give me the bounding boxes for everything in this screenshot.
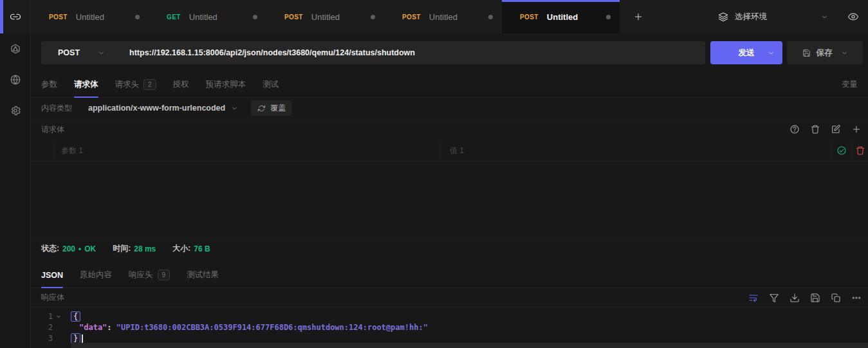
save-button-label: 保存 <box>817 48 833 59</box>
save-icon <box>802 49 811 57</box>
unsaved-indicator-dot[interactable] <box>488 15 493 19</box>
tab-pre-request-script[interactable]: 预请求脚本 <box>198 72 255 97</box>
open-brace: { <box>71 311 80 322</box>
param-value-input[interactable] <box>441 146 831 155</box>
line-number: 3 <box>31 334 53 343</box>
request-tab-4[interactable]: POST Untitled <box>384 0 502 33</box>
tab-test-results[interactable]: 测试结果 <box>178 262 227 288</box>
tab-raw[interactable]: 原始内容 <box>71 262 120 288</box>
environment-selector[interactable]: 选择环境 <box>718 12 767 23</box>
sidebar-item-realtime[interactable] <box>0 64 30 95</box>
topbar-right: 选择环境 <box>718 0 868 33</box>
response-size: 大小: 76 B <box>172 243 210 254</box>
unsaved-indicator-dot[interactable] <box>253 15 257 19</box>
code-line-1: 1 { <box>31 311 868 322</box>
method-badge: GET <box>167 14 181 21</box>
sidebar-item-graphql[interactable] <box>0 33 30 64</box>
tab-params[interactable]: 参数 <box>33 72 66 97</box>
time-value: 28 ms <box>134 244 156 253</box>
line-number: 1 <box>31 312 53 321</box>
request-tab-5-active[interactable]: POST Untitled <box>502 0 620 33</box>
more-actions-button[interactable] <box>846 289 867 307</box>
unsaved-indicator-dot[interactable] <box>371 15 375 19</box>
tab-authorization[interactable]: 授权 <box>165 72 198 97</box>
content-type-label: 内容类型 <box>41 103 72 114</box>
wrap-text-icon <box>748 293 759 303</box>
globe-icon <box>10 74 21 86</box>
request-tab-3[interactable]: POST Untitled <box>266 0 384 33</box>
status-text: OK <box>84 244 96 253</box>
method-badge: POST <box>284 14 303 21</box>
request-tab-2[interactable]: GET Untitled <box>149 0 266 33</box>
tab-title: Untitled <box>429 12 457 22</box>
send-button-label: 发送 <box>739 48 755 57</box>
response-body-actions <box>743 289 868 307</box>
param-key-input[interactable] <box>55 146 440 155</box>
add-param-button[interactable] <box>846 120 867 138</box>
request-tab-strip: POST Untitled GET Untitled POST Untitled… <box>31 0 868 33</box>
method-badge: POST <box>49 14 68 21</box>
tab-body[interactable]: 请求体 <box>66 72 107 97</box>
chevron-down-icon <box>231 105 238 112</box>
response-meta-row: 状态: 200 • OK 时间: 28 ms 大小: 76 B <box>31 237 868 260</box>
chevron-down-icon <box>98 50 105 57</box>
editor-horizontal-scrollbar[interactable] <box>71 343 868 348</box>
api-client-window: POST Untitled GET Untitled POST Untitled… <box>0 0 868 348</box>
response-json-editor[interactable]: 1 { 2 "data": "UPID:t3680:002CBB3A:0539F… <box>31 307 868 348</box>
download-response-button[interactable] <box>784 289 805 307</box>
response-headers-count-badge: 9 <box>158 270 171 280</box>
content-type-value: application/x-www-form-urlencoded <box>88 104 225 113</box>
bulk-edit-button[interactable] <box>826 120 846 138</box>
environment-selector-label: 选择环境 <box>735 12 767 23</box>
param-drag-handle[interactable] <box>31 140 55 161</box>
wrap-lines-button[interactable] <box>743 289 764 307</box>
request-tab-1[interactable]: POST Untitled <box>31 0 149 33</box>
trash-icon <box>855 145 865 156</box>
tab-tests[interactable]: 测试 <box>254 72 287 97</box>
param-delete-button[interactable] <box>852 140 868 161</box>
fold-caret-icon[interactable] <box>53 314 64 319</box>
tab-json[interactable]: JSON <box>33 262 71 288</box>
layers-icon <box>718 12 728 22</box>
content-type-select[interactable]: application/x-www-form-urlencoded <box>88 104 238 113</box>
sidebar-item-settings[interactable] <box>0 95 30 126</box>
download-icon <box>790 293 800 303</box>
tab-title: Untitled <box>76 12 104 22</box>
status-code: 200 <box>62 244 75 253</box>
environment-quick-peek-button[interactable] <box>847 11 859 23</box>
save-button[interactable]: 保存 <box>787 41 863 64</box>
clear-all-button[interactable] <box>805 120 826 138</box>
variables-link[interactable]: 变量 <box>842 72 868 97</box>
send-button[interactable]: 发送 <box>710 41 782 64</box>
save-response-button[interactable] <box>805 289 826 307</box>
json-key: "data" <box>79 323 107 332</box>
sidebar-item-rest[interactable] <box>0 0 30 33</box>
gear-icon <box>10 105 21 116</box>
text-cursor <box>82 334 83 343</box>
response-time: 时间: 28 ms <box>113 243 156 254</box>
copy-icon <box>831 293 841 303</box>
url-input[interactable] <box>120 48 705 57</box>
unsaved-indicator-dot[interactable] <box>606 15 611 19</box>
param-key-cell <box>55 140 441 161</box>
param-value-cell <box>441 140 831 161</box>
method-select[interactable]: POST <box>41 48 120 57</box>
help-button[interactable] <box>784 120 805 138</box>
chevron-down-icon <box>841 50 848 57</box>
size-value: 76 B <box>194 244 210 253</box>
request-body-actions <box>784 120 868 138</box>
unsaved-indicator-dot[interactable] <box>135 15 140 19</box>
chevron-down-icon[interactable] <box>821 14 828 21</box>
new-tab-button[interactable] <box>620 0 657 33</box>
request-section-tabs: 参数 请求体 请求头 2 授权 预请求脚本 测试 变量 <box>31 72 868 98</box>
param-enable-toggle[interactable] <box>831 140 852 161</box>
tab-response-headers[interactable]: 响应头 9 <box>120 262 178 288</box>
override-button[interactable]: 覆盖 <box>251 100 292 116</box>
json-string-value: "UPID:t3680:002CBB3A:0539F914:677F68D6:q… <box>116 323 428 332</box>
tab-headers[interactable]: 请求头 2 <box>107 72 165 97</box>
eye-icon <box>847 11 859 23</box>
copy-response-button[interactable] <box>826 289 846 307</box>
tab-title: Untitled <box>189 12 217 22</box>
filter-response-button[interactable] <box>764 289 784 307</box>
graphql-icon <box>10 43 21 55</box>
